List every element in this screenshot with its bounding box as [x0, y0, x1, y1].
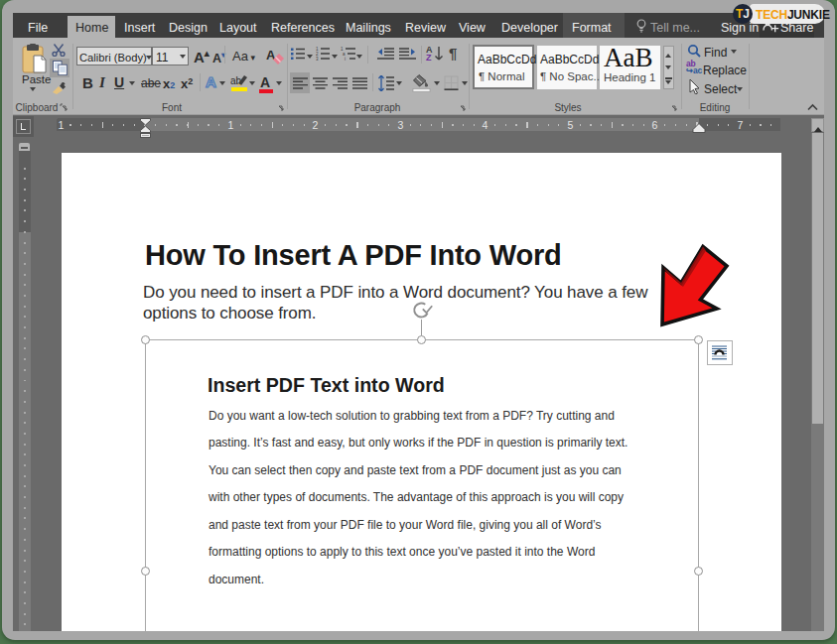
svg-text:i: i — [345, 57, 346, 61]
svg-text:3: 3 — [316, 57, 319, 61]
